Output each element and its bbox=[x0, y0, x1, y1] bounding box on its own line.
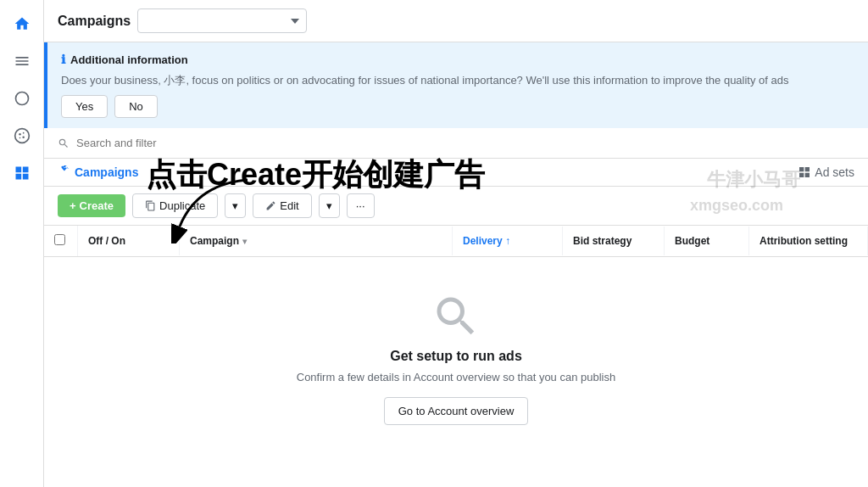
empty-state-subtitle: Confirm a few details in Account overvie… bbox=[297, 371, 615, 383]
table-container: Off / On Campaign ▾ Delivery ↑ Bid strat… bbox=[44, 226, 868, 487]
select-all-checkbox[interactable] bbox=[54, 234, 65, 245]
topbar-select[interactable] bbox=[137, 8, 307, 33]
sidebar-item-grid[interactable] bbox=[7, 158, 37, 188]
th-delivery[interactable]: Delivery ↑ bbox=[453, 227, 563, 255]
info-icon: ℹ bbox=[61, 53, 65, 66]
info-banner-text: Does your business, 小李, focus on politic… bbox=[61, 73, 854, 88]
edit-button[interactable]: Edit bbox=[253, 193, 311, 218]
search-icon bbox=[58, 137, 70, 149]
topbar: Campaigns bbox=[44, 0, 868, 42]
info-banner-buttons: Yes No bbox=[61, 95, 854, 118]
account-overview-button[interactable]: Go to Account overview bbox=[384, 397, 529, 425]
sidebar bbox=[0, 0, 44, 487]
sidebar-item-home[interactable] bbox=[7, 8, 37, 39]
svg-point-5 bbox=[19, 137, 20, 139]
sidebar-item-cookie[interactable] bbox=[7, 120, 37, 151]
watermark1: 牛津小马哥 bbox=[707, 167, 800, 193]
main-content: Campaigns ℹ Additional information Does … bbox=[44, 0, 868, 487]
annotation-text: 点击Create开始创建广告 bbox=[146, 154, 485, 196]
th-checkbox bbox=[44, 226, 78, 256]
svg-point-1 bbox=[14, 129, 29, 143]
ad-sets-tab[interactable]: Ad sets bbox=[798, 165, 854, 179]
more-button[interactable]: ··· bbox=[347, 193, 375, 218]
table-header: Off / On Campaign ▾ Delivery ↑ Bid strat… bbox=[44, 226, 868, 257]
info-banner: ℹ Additional information Does your busin… bbox=[44, 42, 868, 128]
th-offon: Off / On bbox=[78, 227, 180, 255]
empty-search-icon bbox=[431, 291, 481, 342]
svg-point-0 bbox=[15, 92, 28, 105]
ad-sets-tab-label: Ad sets bbox=[815, 165, 854, 179]
th-budget: Budget bbox=[665, 227, 749, 255]
campaigns-tab-icon bbox=[58, 165, 71, 179]
topbar-title: Campaigns bbox=[58, 14, 131, 29]
create-button[interactable]: + Create bbox=[58, 194, 125, 217]
empty-state-title: Get setup to run ads bbox=[390, 349, 522, 364]
sidebar-item-circle[interactable] bbox=[7, 83, 37, 114]
empty-state: Get setup to run ads Confirm a few detai… bbox=[44, 257, 868, 459]
svg-point-2 bbox=[19, 133, 21, 136]
sidebar-item-menu[interactable] bbox=[7, 46, 37, 76]
yes-button[interactable]: Yes bbox=[61, 95, 108, 118]
no-button[interactable]: No bbox=[114, 95, 158, 118]
th-bid: Bid strategy bbox=[563, 227, 665, 255]
svg-point-3 bbox=[22, 132, 24, 134]
svg-point-4 bbox=[22, 136, 25, 138]
campaigns-tab[interactable]: Campaigns bbox=[58, 165, 138, 179]
th-attribution: Attribution setting bbox=[749, 227, 868, 255]
duplicate-icon bbox=[145, 200, 156, 211]
create-plus-icon: + bbox=[70, 199, 76, 212]
watermark2: xmgseo.com bbox=[690, 197, 783, 215]
edit-icon bbox=[265, 200, 276, 211]
annotation-area: Campaigns Ad sets 点击Create开始创建广告 牛津小马哥 x… bbox=[44, 159, 868, 226]
search-input[interactable] bbox=[76, 137, 854, 149]
info-banner-title: ℹ Additional information bbox=[61, 53, 854, 66]
edit-dropdown-button[interactable]: ▾ bbox=[319, 193, 340, 218]
campaigns-tab-label: Campaigns bbox=[75, 165, 138, 179]
